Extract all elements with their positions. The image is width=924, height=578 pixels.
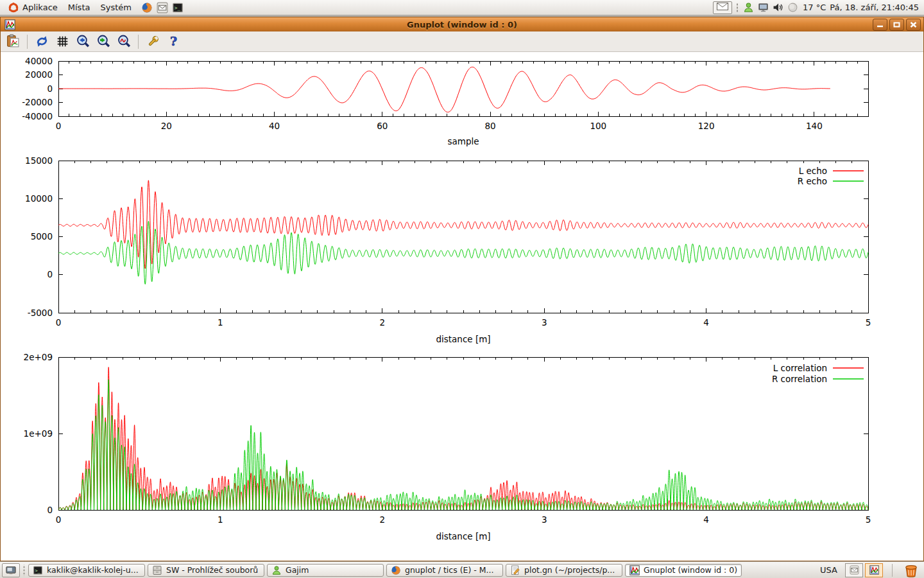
y-tick-label: -20000 — [22, 97, 53, 107]
help-icon: ? — [166, 34, 181, 49]
firefox-launcher[interactable] — [141, 1, 153, 14]
axis-labels: 020406080100120140-40000-200000200004000… — [22, 56, 823, 147]
help-button[interactable]: ? — [165, 33, 182, 50]
replot-icon — [35, 34, 49, 49]
zoom-next-button[interactable] — [95, 33, 112, 50]
gnuplot-toolbar: ? — [1, 31, 923, 52]
mail-notification-button[interactable] — [713, 1, 732, 14]
zoom-previous-icon — [76, 34, 90, 49]
x-tick-label: 100 — [590, 121, 606, 131]
axes — [58, 161, 868, 313]
top-panel: AplikaceMístaSystém >_ 17 °C Pá, 18. zář… — [0, 0, 924, 15]
plot-echo: 012345-5000050001000015000distance [m]L … — [25, 155, 871, 345]
terminal-icon: >_ — [172, 2, 184, 13]
x-tick-label: 3 — [542, 514, 547, 525]
taskbar-button-editor[interactable]: plot.gn (~/projects/p... — [506, 564, 622, 577]
menu-aplikace[interactable]: Aplikace — [3, 1, 63, 15]
x-tick-label: 5 — [866, 317, 871, 328]
mail-notification-icon[interactable] — [845, 563, 863, 577]
close-button[interactable] — [906, 19, 921, 31]
clock[interactable]: Pá, 18. září, 21:40:45 — [830, 3, 919, 12]
user-tray-icon[interactable] — [742, 1, 755, 13]
taskbar-button-gajim[interactable]: Gajim — [267, 564, 384, 577]
configure-button[interactable] — [144, 33, 161, 50]
menu-label: Aplikace — [22, 3, 58, 12]
volume-tray-icon[interactable] — [772, 1, 784, 13]
x-tick-label: 5 — [866, 514, 871, 525]
system-tray: 17 °C Pá, 18. září, 21:40:45 — [713, 1, 921, 14]
taskbar-button-gnuplot[interactable]: Gnuplot (window id : 0) — [625, 564, 742, 577]
task-button-label: kaklik@kaklik-kolej-u... — [47, 565, 139, 575]
panel-launchers: >_ — [141, 1, 184, 14]
window-title: Gnuplot (window id : 0) — [1, 20, 923, 30]
taskbar-button-firefox[interactable]: gnuplot / tics (E) - M... — [386, 564, 503, 577]
series-sample-waveform — [58, 67, 830, 112]
taskbar-grip[interactable] — [22, 565, 26, 576]
zoom-next-icon — [96, 34, 111, 49]
gnuplot-task-icon — [629, 565, 640, 575]
taskbar-notification-area — [845, 563, 883, 577]
task-button-label: gnuplot / tics (E) - M... — [405, 565, 493, 575]
unzoom-button[interactable] — [116, 33, 132, 50]
tray-status-icons — [742, 1, 799, 13]
replot-button[interactable] — [33, 33, 50, 50]
terminal-launcher[interactable]: >_ — [171, 1, 184, 14]
menu-mista[interactable]: Místa — [63, 1, 96, 15]
filemanager-task-icon — [152, 565, 162, 575]
series-l-echo — [58, 180, 868, 268]
y-tick-label: 0 — [47, 83, 53, 94]
minimize-button[interactable] — [873, 19, 887, 31]
desktop: AplikaceMístaSystém >_ 17 °C Pá, 18. zář… — [0, 0, 924, 578]
window-titlebar[interactable]: Gnuplot (window id : 0) — [1, 17, 923, 31]
menu-system[interactable]: Systém — [95, 1, 136, 15]
toggle-grid-button[interactable] — [54, 33, 71, 50]
svg-text:?: ? — [169, 34, 176, 48]
toolbar-separator — [138, 35, 139, 49]
firefox-icon — [391, 565, 401, 575]
axis-labels: 01234501e+092e+09distance [m] — [24, 352, 871, 542]
editor-task-icon — [510, 565, 520, 575]
axis-labels: 012345-5000050001000015000distance [m] — [25, 155, 871, 345]
tray-separator[interactable] — [736, 3, 739, 13]
legend-label: R correlation — [772, 374, 827, 384]
copy-plot-button[interactable] — [4, 33, 21, 50]
x-tick-label: 60 — [377, 121, 388, 131]
x-tick-label: 3 — [542, 317, 547, 328]
mail-launcher[interactable] — [156, 1, 169, 14]
x-tick-label: 40 — [269, 121, 280, 131]
taskbar-button-terminal[interactable]: >_kaklik@kaklik-kolej-u... — [28, 564, 145, 577]
display-tray-icon[interactable] — [757, 1, 769, 13]
keyboard-layout-indicator[interactable]: USA — [815, 565, 843, 575]
maximize-button[interactable] — [889, 19, 904, 31]
legend: L correlationR correlation — [772, 363, 864, 384]
gnuplot-canvas[interactable]: 020406080100120140-40000-200000200004000… — [1, 52, 923, 561]
legend: L echoR echo — [798, 166, 864, 186]
gnuplot-notification-icon[interactable] — [865, 563, 883, 577]
weather-icon — [787, 2, 798, 13]
zoom-previous-button[interactable] — [74, 33, 91, 50]
filemanager-icon — [152, 565, 162, 575]
editor-icon — [510, 565, 520, 575]
firefox-icon — [141, 2, 153, 13]
x-tick-label: 140 — [806, 121, 823, 131]
weather-temperature[interactable]: 17 °C — [803, 3, 826, 12]
gnuplot-icon — [629, 565, 640, 575]
series-r-correlation — [58, 380, 868, 510]
task-button-label: SW - Prohlížeč souborů — [166, 565, 258, 575]
taskbar-button-filemanager[interactable]: SW - Prohlížeč souborů — [148, 564, 264, 577]
ubuntu-logo-icon — [8, 2, 19, 13]
show-desktop-button[interactable] — [2, 563, 20, 577]
task-button-label: Gajim — [286, 565, 309, 575]
configure-icon — [146, 34, 160, 49]
weather-tray-icon[interactable] — [787, 1, 799, 13]
y-tick-label: 0 — [47, 505, 53, 515]
trash-icon — [903, 563, 919, 578]
trash-applet[interactable] — [902, 563, 921, 578]
task-buttons: >_kaklik@kaklik-kolej-u...SW - Prohlížeč… — [28, 564, 742, 577]
svg-text:>_: >_ — [175, 4, 181, 10]
menu-label: Místa — [68, 3, 90, 12]
toolbar-separator — [27, 35, 28, 49]
x-tick-label: 4 — [703, 317, 709, 328]
x-tick-label: 4 — [703, 514, 709, 525]
y-tick-label: 15000 — [25, 155, 53, 166]
